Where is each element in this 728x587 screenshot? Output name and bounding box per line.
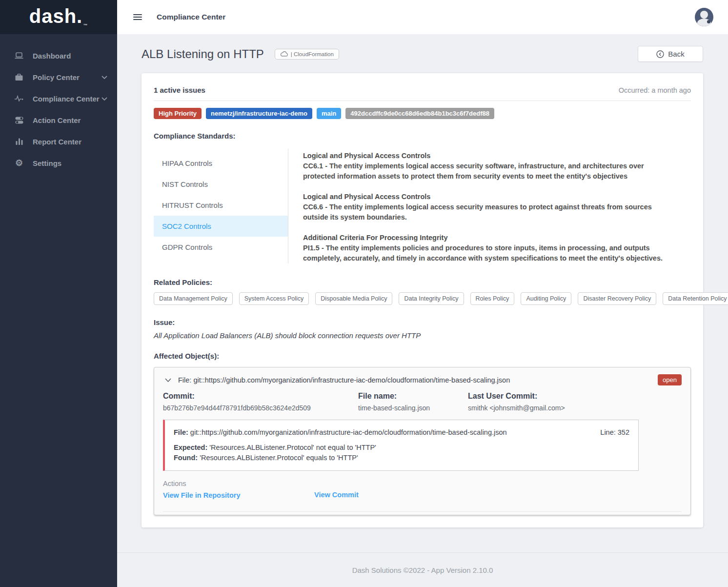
violation-found-row: Found: 'Resources.ALBListener.Protocol' … xyxy=(174,454,629,462)
cloud-icon xyxy=(280,51,288,57)
page-footer: Dash Solutions ©2022 - App Version 2.10.… xyxy=(117,552,728,587)
policy-chip[interactable]: Roles Policy xyxy=(470,292,515,305)
last-user-column: Last User Commit: smithk <johnsmith@gmai… xyxy=(468,392,682,412)
violation-file-label: File: xyxy=(174,428,188,436)
sidebar-item-label: Settings xyxy=(33,159,61,167)
issue-label: Issue: xyxy=(154,318,691,326)
related-policies-row: Data Management Policy System Access Pol… xyxy=(154,292,691,305)
file-name-value: time-based-scaling.json xyxy=(358,404,468,412)
page-title: ALB Listening on HTTP xyxy=(142,47,264,61)
branch-badge: main xyxy=(317,108,341,119)
sidebar-item-label: Dashboard xyxy=(33,52,71,60)
active-issues-count: 1 active issues xyxy=(154,86,205,94)
card-top-row: 1 active issues Occurred: a month ago xyxy=(154,86,691,94)
sidebar-item-compliance-center[interactable]: Compliance Center xyxy=(0,88,117,109)
back-arrow-icon xyxy=(656,50,664,58)
chevron-down-icon[interactable] xyxy=(165,378,171,382)
found-label: Found: xyxy=(174,454,198,462)
briefcase-icon xyxy=(14,74,24,81)
sidebar-item-report-center[interactable]: Report Center xyxy=(0,131,117,152)
sidebar-item-label: Policy Center xyxy=(33,73,80,81)
user-avatar[interactable] xyxy=(695,8,713,26)
bar-chart-icon xyxy=(14,138,24,145)
sidebar-item-policy-center[interactable]: Policy Center xyxy=(0,66,117,88)
toggles-icon xyxy=(14,117,24,124)
standard-item-gdpr[interactable]: GDPR Controls xyxy=(154,237,288,258)
card-divider xyxy=(154,101,691,101)
affected-file-path: File: git::https://github.com/myorganiza… xyxy=(178,376,510,384)
commit-value: b67b276b7e94d44f78791fdb69b58c3624e2d509 xyxy=(163,404,358,412)
policy-chip[interactable]: System Access Policy xyxy=(239,292,309,305)
violation-line-number: Line: 352 xyxy=(600,428,629,436)
found-value: 'Resources.ALBListener.Protocol' equals … xyxy=(200,454,358,462)
violation-detail-box: File: git::https://github.com/myorganiza… xyxy=(163,420,639,471)
laptop-icon xyxy=(14,52,24,59)
commit-info-row: Commit: b67b276b7e94d44f78791fdb69b58c36… xyxy=(154,385,690,412)
badge-row: High Priority nemetzj/infrastructure-iac… xyxy=(154,108,691,119)
commit-label: Commit: xyxy=(163,392,358,401)
sidebar-item-dashboard[interactable]: Dashboard xyxy=(0,45,117,66)
back-button-label: Back xyxy=(668,50,684,58)
priority-badge: High Priority xyxy=(154,108,202,119)
compliance-standards-label: Compliance Standards: xyxy=(154,132,691,140)
commit-column: Commit: b67b276b7e94d44f78791fdb69b58c36… xyxy=(163,392,358,412)
policy-chip[interactable]: Auditing Policy xyxy=(521,292,571,305)
sidebar-item-settings[interactable]: ⚙ Settings xyxy=(0,152,117,174)
avatar-badge-dot xyxy=(707,20,710,23)
action-link-wrap: View File in Repository xyxy=(163,491,314,500)
control-body: PI1.5 - The entity implements policies a… xyxy=(303,243,664,263)
policy-chip[interactable]: Data Retention Policy xyxy=(663,292,728,305)
policy-chip[interactable]: Disaster Recovery Policy xyxy=(578,292,656,305)
open-status-badge[interactable]: open xyxy=(658,374,682,385)
view-commit-link[interactable]: View Commit xyxy=(314,491,359,500)
file-name-column: File name: time-based-scaling.json xyxy=(358,392,468,412)
affected-object-panel: File: git::https://github.com/myorganiza… xyxy=(154,367,691,515)
standard-item-nist[interactable]: NIST Controls xyxy=(154,174,288,195)
related-policies-label: Related Policies: xyxy=(154,278,691,286)
affected-object-header[interactable]: File: git::https://github.com/myorganiza… xyxy=(154,367,690,385)
avatar-head xyxy=(700,11,708,19)
control-body: CC6.1 - The entity implements logical ac… xyxy=(303,161,664,182)
control-block: Additional Criteria For Processing Integ… xyxy=(303,233,691,263)
control-block: Logical and Physical Access Controls CC6… xyxy=(303,151,691,182)
chevron-down-icon[interactable] xyxy=(101,97,107,101)
policy-chip[interactable]: Data Management Policy xyxy=(154,292,233,305)
actions-links-row: View File in Repository View Commit xyxy=(163,491,682,500)
sidebar-item-label: Action Center xyxy=(33,116,81,124)
policy-chip[interactable]: Data Integrity Policy xyxy=(399,292,464,305)
sidebar: dash.™ Dashboard Policy Center xyxy=(0,0,117,587)
expected-value: 'Resources.ALBListener.Protocol' not equ… xyxy=(209,444,376,451)
occurred-timestamp: Occurred: a month ago xyxy=(619,86,691,94)
issue-card: 1 active issues Occurred: a month ago Hi… xyxy=(142,73,703,527)
gear-icon: ⚙ xyxy=(14,159,24,167)
footer-text: Dash Solutions ©2022 - App Version 2.10.… xyxy=(352,566,493,574)
violation-file-row: File: git::https://github.com/myorganiza… xyxy=(174,428,629,436)
control-title: Logical and Physical Access Controls xyxy=(303,192,691,202)
policy-chip[interactable]: Disposable Media Policy xyxy=(315,292,392,305)
pulse-icon xyxy=(14,95,24,102)
control-title: Logical and Physical Access Controls xyxy=(303,151,691,161)
logo-area: dash.™ xyxy=(0,0,117,34)
commit-hash-badge: 492dccdffc9de0cc68d6edb84b1bc3c6f7dedf88 xyxy=(345,108,494,119)
sidebar-item-label: Compliance Center xyxy=(33,95,100,103)
control-block: Logical and Physical Access Controls CC6… xyxy=(303,192,691,223)
actions-label: Actions xyxy=(163,480,682,487)
view-file-in-repository-link[interactable]: View File in Repository xyxy=(163,491,240,499)
violation-file-path: git::https://github.com/myorganization/i… xyxy=(190,428,507,436)
repository-badge: nemetzj/infrastructure-iac-demo xyxy=(206,108,312,119)
chevron-down-icon[interactable] xyxy=(101,76,107,79)
hamburger-menu-icon[interactable] xyxy=(133,13,142,21)
standard-item-hitrust[interactable]: HITRUST Controls xyxy=(154,195,288,216)
back-button[interactable]: Back xyxy=(638,46,703,62)
standards-section: HIPAA Controls NIST Controls HITRUST Con… xyxy=(154,149,691,263)
standard-item-hipaa[interactable]: HIPAA Controls xyxy=(154,153,288,174)
standard-item-soc2[interactable]: SOC2 Controls xyxy=(154,216,288,237)
last-user-commit-label: Last User Commit: xyxy=(468,392,682,401)
violation-expected-row: Expected: 'Resources.ALBListener.Protoco… xyxy=(174,444,629,451)
panel-divider xyxy=(163,511,682,512)
control-title: Additional Criteria For Processing Integ… xyxy=(303,233,691,243)
trademark-symbol: ™ xyxy=(83,23,88,28)
sidebar-item-action-center[interactable]: Action Center xyxy=(0,109,117,131)
cloudformation-badge: | CloudFormation xyxy=(275,49,339,60)
dash-logo[interactable]: dash.™ xyxy=(29,6,88,28)
